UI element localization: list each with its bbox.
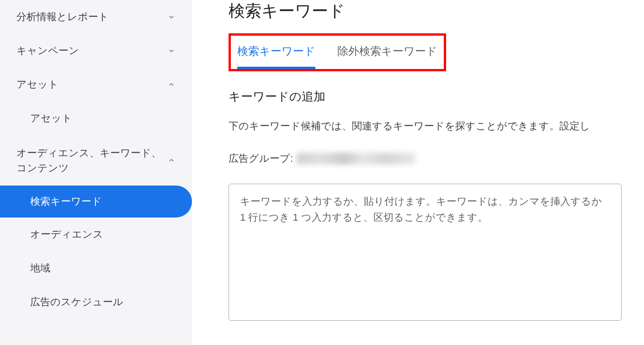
nav-label: キャンペーン <box>16 44 79 58</box>
keyword-input[interactable] <box>229 184 622 321</box>
page-title: 検索キーワード <box>229 0 644 22</box>
nav-label: オーディエンス <box>30 228 103 241</box>
section-description: 下のキーワード候補では、関連するキーワードを探すことができます。設定し <box>229 118 644 133</box>
tab-label: 検索キーワード <box>237 45 315 57</box>
tabs: 検索キーワード 除外検索キーワード <box>237 44 437 69</box>
nav-item-assets[interactable]: アセット <box>0 68 192 101</box>
nav-label: 分析情報とレポート <box>16 10 109 24</box>
main-content: 検索キーワード 検索キーワード 除外検索キーワード キーワードの追加 下のキーワ… <box>192 0 644 345</box>
nav-label: アセット <box>16 78 59 91</box>
nav-subitem-audiences[interactable]: オーディエンス <box>0 218 192 251</box>
ad-group-label: 広告グループ: <box>229 152 293 165</box>
nav-label: 広告のスケジュール <box>30 295 123 309</box>
chevron-up-icon <box>167 80 176 89</box>
sidebar: 分析情報とレポート キャンペーン アセット アセット オーディエンス、キーワード… <box>0 0 192 345</box>
nav-label: 地域 <box>30 261 50 275</box>
nav-subitem-locations[interactable]: 地域 <box>0 251 192 285</box>
nav-subitem-assets[interactable]: アセット <box>0 101 192 135</box>
tabs-highlight-annotation: 検索キーワード 除外検索キーワード <box>229 33 446 71</box>
nav-item-audiences-keywords-content[interactable]: オーディエンス、キーワード、コンテンツ <box>0 135 192 186</box>
section-title: キーワードの追加 <box>229 89 644 105</box>
nav-item-campaigns[interactable]: キャンペーン <box>0 34 192 68</box>
nav-label: アセット <box>30 111 72 125</box>
nav-label: 検索キーワード <box>30 195 102 208</box>
chevron-up-icon <box>167 156 176 165</box>
tab-label: 除外検索キーワード <box>337 45 437 57</box>
ad-group-value-redacted <box>297 153 415 165</box>
ad-group-row: 広告グループ: <box>229 152 644 165</box>
nav-label: オーディエンス、キーワード、コンテンツ <box>16 145 167 175</box>
tab-search-keywords[interactable]: 検索キーワード <box>237 44 315 69</box>
chevron-down-icon <box>167 47 176 55</box>
chevron-down-icon <box>167 13 176 21</box>
nav-item-analytics-reports[interactable]: 分析情報とレポート <box>0 0 192 34</box>
nav-subitem-search-keywords[interactable]: 検索キーワード <box>0 186 192 218</box>
nav-subitem-ad-schedule[interactable]: 広告のスケジュール <box>0 285 192 319</box>
tab-negative-keywords[interactable]: 除外検索キーワード <box>337 44 437 69</box>
